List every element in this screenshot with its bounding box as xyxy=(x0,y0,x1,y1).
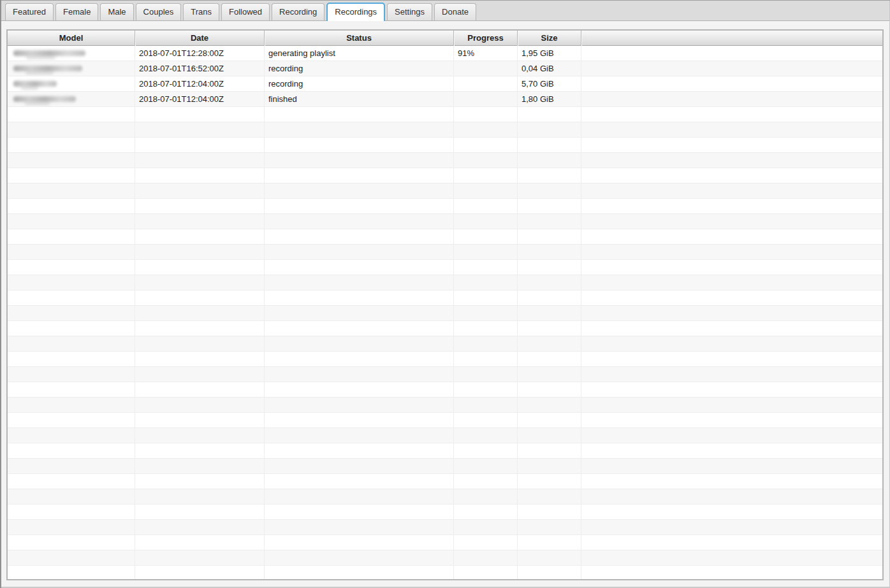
model-name-redacted xyxy=(13,66,82,71)
tab-female[interactable]: Female xyxy=(55,3,98,20)
cell-model xyxy=(8,306,135,320)
cell-progress xyxy=(454,489,518,504)
table-row-empty xyxy=(8,382,882,398)
cell-status xyxy=(265,122,454,137)
cell-filler xyxy=(581,398,882,412)
cell-model xyxy=(8,459,135,473)
cell-status xyxy=(265,352,454,366)
cell-progress xyxy=(454,183,518,198)
tab-featured[interactable]: Featured xyxy=(5,3,54,20)
table-row[interactable]: 2018-07-01T12:04:00Zrecording5,70 GiB xyxy=(8,76,882,92)
cell-size xyxy=(518,290,581,305)
cell-progress xyxy=(454,382,518,397)
cell-status xyxy=(265,382,454,397)
cell-model xyxy=(8,168,135,183)
cell-date xyxy=(135,306,265,320)
cell-progress xyxy=(454,321,518,336)
cell-size xyxy=(518,413,581,427)
cell-size xyxy=(518,566,581,580)
tab-bar: FeaturedFemaleMaleCouplesTransFollowedRe… xyxy=(0,0,890,21)
cell-date: 2018-07-01T12:04:00Z xyxy=(135,92,265,106)
column-header-progress[interactable]: Progress xyxy=(454,31,518,46)
cell-progress xyxy=(454,550,518,565)
tab-trans[interactable]: Trans xyxy=(183,3,219,20)
cell-progress xyxy=(454,398,518,412)
table-row-empty xyxy=(8,474,882,489)
cell-filler xyxy=(581,336,882,351)
table-row[interactable]: 2018-07-01T12:28:00Zgenerating playlist9… xyxy=(8,46,882,61)
cell-progress xyxy=(454,306,518,320)
cell-progress xyxy=(454,138,518,152)
cell-status: recording xyxy=(265,61,454,76)
cell-filler xyxy=(581,413,882,427)
table-row[interactable]: 2018-07-01T12:04:00Zfinished1,80 GiB xyxy=(8,92,882,107)
cell-filler xyxy=(581,489,882,504)
cell-date xyxy=(135,520,265,534)
cell-size: 1,80 GiB xyxy=(518,92,581,106)
cell-status xyxy=(265,245,454,259)
cell-progress xyxy=(454,459,518,473)
column-header-filler[interactable] xyxy=(581,31,882,46)
cell-model xyxy=(8,428,135,443)
cell-filler xyxy=(581,367,882,382)
cell-model xyxy=(8,183,135,198)
cell-status xyxy=(265,550,454,565)
cell-date xyxy=(135,260,265,275)
cell-model xyxy=(8,367,135,382)
column-header-model[interactable]: Model xyxy=(8,31,135,46)
tab-male[interactable]: Male xyxy=(100,3,133,20)
cell-model xyxy=(8,214,135,229)
cell-filler xyxy=(581,443,882,458)
column-header-date[interactable]: Date xyxy=(135,31,265,46)
cell-status xyxy=(265,107,454,122)
tab-couples[interactable]: Couples xyxy=(136,3,182,20)
tab-settings[interactable]: Settings xyxy=(387,3,432,20)
cell-filler xyxy=(581,76,882,91)
cell-size xyxy=(518,275,581,290)
table-row-empty xyxy=(8,199,882,214)
table-row-empty xyxy=(8,459,882,474)
table-row-empty xyxy=(8,413,882,428)
cell-size xyxy=(518,505,581,519)
cell-filler xyxy=(581,61,882,76)
cell-status xyxy=(265,459,454,473)
cell-filler xyxy=(581,245,882,259)
cell-progress xyxy=(454,168,518,183)
cell-progress xyxy=(454,566,518,580)
model-name-redacted xyxy=(13,96,76,102)
table-row-empty xyxy=(8,122,882,138)
tab-followed[interactable]: Followed xyxy=(221,3,270,20)
column-header-status[interactable]: Status xyxy=(265,31,454,46)
cell-size: 5,70 GiB xyxy=(518,76,581,91)
cell-date xyxy=(135,321,265,336)
cell-size xyxy=(518,199,581,213)
table-header-row: ModelDateStatusProgressSize xyxy=(8,31,882,46)
cell-filler xyxy=(581,566,882,580)
cell-filler xyxy=(581,168,882,183)
column-header-size[interactable]: Size xyxy=(518,31,581,46)
cell-size xyxy=(518,245,581,259)
cell-progress xyxy=(454,76,518,91)
cell-model xyxy=(8,153,135,168)
model-name-redacted xyxy=(13,50,85,56)
cell-filler xyxy=(581,505,882,519)
tab-recording[interactable]: Recording xyxy=(272,3,325,20)
cell-date xyxy=(135,199,265,213)
cell-filler xyxy=(581,382,882,397)
cell-date xyxy=(135,367,265,382)
cell-status xyxy=(265,336,454,351)
cell-size xyxy=(518,398,581,412)
cell-progress xyxy=(454,122,518,137)
cell-size: 0,04 GiB xyxy=(518,61,581,76)
cell-date xyxy=(135,153,265,168)
cell-status xyxy=(265,535,454,550)
tab-recordings[interactable]: Recordings xyxy=(326,3,385,21)
table-row[interactable]: 2018-07-01T16:52:00Zrecording0,04 GiB xyxy=(8,61,882,76)
cell-progress xyxy=(454,520,518,534)
tab-donate[interactable]: Donate xyxy=(434,3,476,20)
cell-model xyxy=(8,61,135,76)
cell-model xyxy=(8,229,135,244)
table-row-empty xyxy=(8,489,882,505)
cell-date: 2018-07-01T12:28:00Z xyxy=(135,46,265,61)
cell-model xyxy=(8,352,135,366)
